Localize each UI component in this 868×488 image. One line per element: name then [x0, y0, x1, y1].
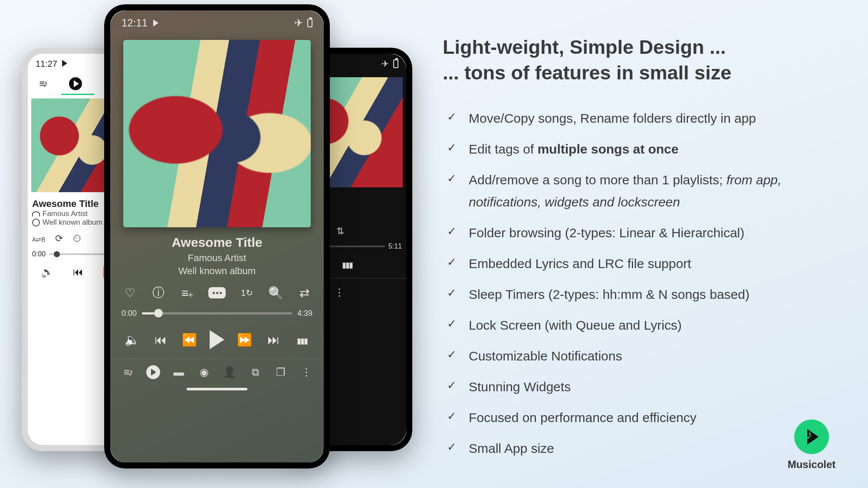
playlists-nav-icon[interactable] [274, 366, 288, 378]
folders-nav-icon[interactable] [172, 366, 186, 378]
battery-icon [393, 59, 398, 68]
brand-block: Musicolet [781, 419, 842, 471]
musicolet-logo-icon [794, 419, 829, 454]
feature-list: Move/Copy songs, Rename folders directly… [443, 107, 833, 459]
status-time: 12:11 [122, 17, 148, 29]
feature-item: Move/Copy songs, Rename folders directly… [443, 107, 833, 129]
fast-forward-icon[interactable] [236, 333, 253, 347]
favorite-icon[interactable] [122, 285, 137, 300]
previous-track-icon[interactable] [152, 333, 169, 347]
volume-icon[interactable] [41, 266, 54, 278]
now-playing-nav[interactable] [146, 365, 160, 379]
seek-track[interactable] [142, 312, 292, 314]
repeat-one-icon[interactable] [240, 285, 254, 300]
bottom-nav [110, 359, 324, 385]
feature-item: Folder browsing (2-types: Linear & Hiera… [443, 222, 833, 244]
airplane-mode-icon [381, 59, 389, 69]
seek-bar[interactable]: 0:00 4:39 [110, 304, 324, 321]
phone-adaptive-theme: 12:11 Awesome Title Famous Artist Well k… [104, 4, 330, 468]
feature-item: Embedded Lyrics and LRC file support [443, 252, 833, 275]
battery-icon [307, 19, 312, 27]
feature-item: Stunning Widgets [443, 376, 833, 398]
rewind-icon[interactable] [181, 333, 198, 347]
seek-knob[interactable] [154, 309, 163, 318]
ab-repeat-icon[interactable] [32, 233, 46, 244]
artists-nav-icon[interactable] [223, 366, 237, 378]
next-track-icon[interactable] [265, 333, 282, 347]
shuffle-icon[interactable] [335, 227, 346, 235]
marketing-panel: Light-weight, Simple Design ... ... tons… [443, 35, 833, 468]
now-playing-tab[interactable] [69, 77, 82, 90]
app-status-icon [62, 60, 67, 67]
queue-nav-icon[interactable] [121, 366, 135, 378]
queue-tab-icon[interactable] [39, 78, 46, 89]
gesture-bar [187, 388, 247, 390]
time-total: 4:39 [297, 309, 312, 318]
track-artist: Famous Artist [110, 252, 324, 264]
album-art[interactable] [123, 40, 311, 227]
more-nav-icon[interactable] [299, 366, 313, 378]
headline-line-1: Light-weight, Simple Design ... [443, 36, 726, 58]
search-in-icon[interactable] [268, 285, 283, 300]
time-elapsed: 0:00 [32, 250, 46, 258]
tab-indicator [61, 94, 95, 95]
brand-name: Musicolet [781, 459, 842, 471]
speed-icon[interactable] [55, 233, 63, 244]
shuffle-icon[interactable] [297, 285, 312, 300]
albums-nav-icon[interactable] [197, 366, 211, 378]
sleep-timer-icon[interactable] [72, 233, 82, 244]
feature-item: Edit tags of multiple songs at once [443, 138, 833, 160]
add-to-queue-icon[interactable] [180, 285, 194, 300]
volume-icon[interactable] [123, 333, 141, 347]
airplane-mode-icon [294, 17, 303, 29]
track-album: Well known album [110, 265, 324, 277]
app-status-icon [153, 20, 158, 26]
feature-item: Lock Screen (with Queue and Lyrics) [443, 314, 833, 336]
time-total: 5:11 [388, 242, 402, 250]
more-options-button[interactable] [208, 287, 226, 298]
feature-item: Focused on performance and efficiency [443, 406, 833, 429]
playback-controls [110, 321, 324, 359]
equalizer-icon[interactable] [293, 333, 311, 347]
feature-item: Sleep Timers (2-types: hh:mm & N songs b… [443, 283, 833, 305]
feature-item: Customizable Notifications [443, 345, 833, 367]
feature-item: Add/remove a song to more than 1 playlis… [443, 169, 833, 213]
time-elapsed: 0:00 [122, 309, 137, 318]
info-icon[interactable] [151, 285, 166, 300]
status-bar: 12:11 [110, 10, 324, 36]
more-icon[interactable] [334, 286, 345, 298]
previous-track-icon[interactable] [73, 266, 83, 278]
track-meta: Awesome Title Famous Artist Well known a… [110, 235, 324, 277]
feature-item: Small App size [443, 437, 833, 459]
play-button[interactable] [210, 330, 224, 349]
status-time: 11:27 [36, 59, 57, 69]
action-row [110, 277, 324, 304]
headline: Light-weight, Simple Design ... ... tons… [443, 35, 833, 85]
equalizer-icon[interactable] [342, 258, 352, 270]
track-title: Awesome Title [110, 235, 324, 250]
phone-mockup-stack: 11:27 Awesome Title Famous Artist Well k… [22, 4, 412, 481]
genres-nav-icon[interactable] [248, 366, 262, 378]
headline-line-2: ... tons of features in small size [443, 62, 731, 84]
